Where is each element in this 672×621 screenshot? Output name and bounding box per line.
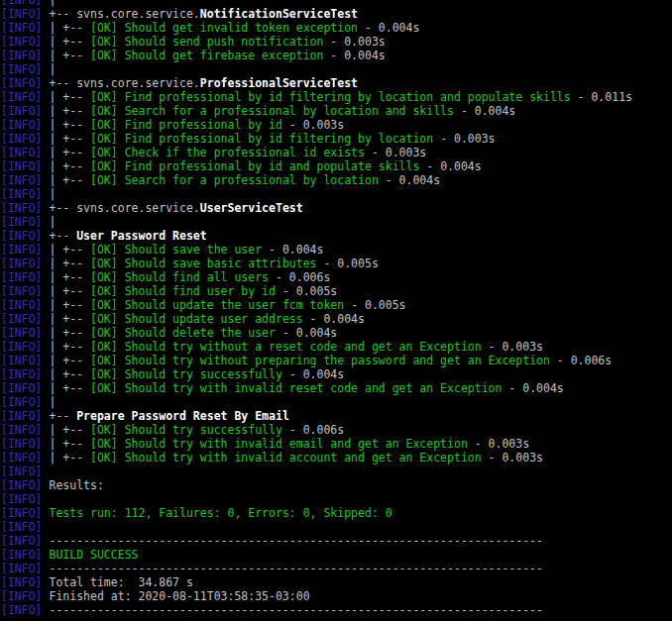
log-text: - 0.006s: [550, 354, 612, 367]
log-text: Results:: [43, 478, 104, 492]
log-level-info: [INFO]: [1, 367, 43, 381]
log-level-info: [INFO]: [1, 478, 43, 492]
log-text-success: [OK] Should try without a reset code and…: [90, 340, 482, 354]
log-text-emphasis: User Password Reset: [76, 229, 207, 243]
log-line: [INFO] | +-- [OK] Should try successfull…: [1, 423, 672, 437]
log-text: - 0.004s: [502, 381, 563, 395]
log-text-success: BUILD SUCCESS: [49, 548, 138, 562]
log-level-info: [INFO]: [1, 312, 43, 326]
log-text: | +--: [43, 354, 90, 367]
log-text: | +--: [43, 437, 90, 451]
log-text: - 0.003s: [468, 437, 529, 451]
log-level-info: [INFO]: [1, 492, 43, 506]
log-text: - 0.005s: [317, 257, 379, 270]
log-line: [INFO] |: [1, 215, 672, 229]
log-line: [INFO]: [1, 492, 672, 506]
log-level-info: [INFO]: [1, 437, 43, 451]
log-text: | +--: [43, 118, 90, 132]
log-level-info: [INFO]: [1, 35, 43, 49]
log-text: |: [43, 215, 56, 229]
log-level-info: [INFO]: [1, 575, 43, 589]
log-text: +-- svns.core.service.: [43, 7, 200, 21]
log-text-success: [OK] Should try successfully: [90, 367, 282, 381]
log-line: [INFO] | +-- [OK] Should get invalid tok…: [1, 21, 672, 35]
log-text: +-- svns.core.service.: [43, 201, 200, 215]
log-text-success: [OK] Should get firebase exception: [90, 49, 323, 62]
log-text: | +--: [43, 104, 90, 118]
log-line: [INFO] Tests run: 112, Failures: 0, Erro…: [1, 506, 672, 520]
log-level-info: [INFO]: [1, 118, 43, 132]
log-text-success: [OK] Find professional by id: [90, 118, 282, 132]
log-level-info: [INFO]: [1, 381, 43, 395]
log-level-info: [INFO]: [1, 90, 43, 104]
log-text: | +--: [43, 326, 90, 340]
log-line: [INFO] +-- svns.core.service.UserService…: [1, 201, 672, 215]
log-text: Total time: 34.867 s: [43, 575, 193, 589]
log-level-info: [INFO]: [1, 146, 43, 159]
log-text-success: [OK] Should find user by id: [90, 284, 276, 298]
log-line: [INFO] | +-- [OK] Find professional by i…: [1, 132, 672, 146]
log-level-info: [INFO]: [1, 201, 43, 215]
log-level-info: [INFO]: [1, 62, 43, 76]
log-line: [INFO] Finished at: 2020-08-11T03:58:35-…: [1, 589, 672, 603]
log-line: [INFO] Results:: [1, 478, 672, 492]
log-text-emphasis: UserServiceTest: [200, 201, 303, 215]
log-line: [INFO] | +-- [OK] Search for a professio…: [1, 173, 672, 187]
log-level-info: [INFO]: [1, 284, 43, 298]
log-line: [INFO] | +-- [OK] Should try with invali…: [1, 451, 672, 465]
log-level-info: [INFO]: [1, 589, 43, 603]
log-text: |: [43, 62, 56, 76]
log-text-success: [OK] Should try without preparing the pa…: [90, 354, 550, 367]
log-line: [INFO] |: [1, 395, 672, 409]
log-text: - 0.003s: [482, 451, 543, 465]
log-text: - 0.006s: [269, 270, 330, 284]
log-text: | +--: [43, 21, 90, 35]
log-text-success: [OK] Should try with invalid account and…: [90, 451, 482, 465]
log-level-info: [INFO]: [1, 187, 43, 201]
log-line: [INFO] | +-- [OK] Search for a professio…: [1, 104, 672, 118]
log-text: - 0.005s: [276, 284, 337, 298]
log-text: - 0.011s: [571, 90, 632, 104]
log-level-info: [INFO]: [1, 603, 43, 617]
log-text: - 0.003s: [433, 132, 495, 146]
log-line: [INFO] | +-- [OK] Should delete the user…: [1, 326, 672, 340]
log-text-emphasis: Prepare Password Reset By Email: [76, 409, 289, 423]
log-line: [INFO] | +-- [OK] Should try with invali…: [1, 381, 672, 395]
log-level-info: [INFO]: [1, 76, 43, 90]
log-text: - 0.004s: [454, 104, 515, 118]
log-text-success: [OK] Search for a professional by locati…: [90, 104, 454, 118]
log-text: | +--: [43, 340, 90, 354]
log-text: | +--: [43, 270, 90, 284]
log-text-success: [OK] Should save the user: [90, 243, 262, 257]
log-line: [INFO] |: [1, 187, 672, 201]
log-level-info: [INFO]: [1, 173, 43, 187]
log-text-success: [OK] Search for a professional by locati…: [90, 173, 379, 187]
log-text: | +--: [43, 243, 90, 257]
terminal-output[interactable]: [INFO] |[INFO] +-- svns.core.service.Not…: [1, 0, 672, 617]
log-text: |: [43, 395, 56, 409]
log-text: |: [43, 187, 56, 201]
log-level-info: [INFO]: [1, 0, 43, 7]
log-line: [INFO] | +-- [OK] Should update the user…: [1, 298, 672, 312]
log-text: | +--: [43, 367, 90, 381]
log-level-info: [INFO]: [1, 132, 43, 146]
log-level-info: [INFO]: [1, 7, 43, 21]
log-line: [INFO] ---------------------------------…: [1, 603, 672, 617]
log-text-success: [OK] Should get invalid token exception: [90, 21, 358, 35]
log-text: +--: [43, 409, 77, 423]
log-level-info: [INFO]: [1, 562, 43, 575]
log-text-success: [OK] Should try with invalid email and g…: [90, 437, 468, 451]
log-text-success: [OK] Find professional by id filtering b…: [90, 90, 571, 104]
log-text-success: Tests run: 112, Failures: 0, Errors: 0, …: [43, 506, 392, 520]
log-line: [INFO] | +-- [OK] Should find all users …: [1, 270, 672, 284]
log-text-success: [OK] Check if the professional id exists: [90, 146, 365, 159]
log-level-info: [INFO]: [1, 243, 43, 257]
log-text: | +--: [43, 381, 90, 395]
log-text: | +--: [43, 159, 90, 173]
log-text: |: [43, 0, 56, 7]
log-level-info: [INFO]: [1, 548, 43, 562]
log-level-info: [INFO]: [1, 298, 43, 312]
log-text: - 0.003s: [282, 118, 344, 132]
log-line: [INFO]: [1, 520, 672, 534]
log-text: - 0.004s: [276, 326, 337, 340]
